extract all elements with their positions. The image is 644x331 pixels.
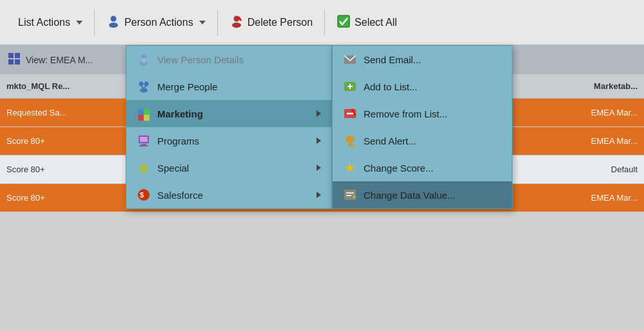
svg-rect-37 xyxy=(349,143,351,146)
view-grid-icon xyxy=(8,52,21,67)
delete-person-label: Delete Person xyxy=(248,17,313,28)
person-actions-button[interactable]: Person Actions xyxy=(95,0,217,45)
menu-label: View Person Details xyxy=(157,54,244,65)
menu-label: Salesforce xyxy=(157,190,203,201)
menu-item-salesforce[interactable]: $ Salesforce xyxy=(126,181,331,208)
menu-label: Special xyxy=(157,163,189,174)
select-all-label: Select All xyxy=(355,17,397,28)
svg-rect-12 xyxy=(142,58,146,63)
row-right: Default xyxy=(611,165,638,174)
svg-point-0 xyxy=(110,15,116,21)
list-actions-button[interactable]: List Actions xyxy=(6,0,94,45)
svg-point-36 xyxy=(346,135,355,143)
svg-point-13 xyxy=(139,82,144,86)
menu-label: Add to List... xyxy=(364,81,417,92)
menu-label: Programs xyxy=(157,135,199,146)
row-label: Score 80+ xyxy=(6,165,45,174)
menu-item-remove-from-list[interactable]: Remove from List... xyxy=(333,100,512,127)
row-right: EMEA Mar... xyxy=(591,136,638,146)
svg-rect-8 xyxy=(8,59,14,65)
svg-rect-21 xyxy=(144,115,150,121)
menu-item-change-score[interactable]: ★ Change Score... xyxy=(333,154,512,181)
programs-icon xyxy=(137,134,151,148)
svg-point-14 xyxy=(144,82,149,86)
svg-rect-25 xyxy=(139,145,148,146)
select-all-button[interactable]: Select All xyxy=(325,0,409,45)
submenu-arrow-icon xyxy=(317,110,321,117)
salesforce-icon: $ xyxy=(137,188,151,202)
svg-point-1 xyxy=(109,23,118,28)
person-actions-menu: View Person Details Merge People Marketi… xyxy=(126,45,332,209)
menu-item-add-to-list[interactable]: Add to List... xyxy=(333,73,512,100)
email-icon xyxy=(343,52,357,66)
submenu-arrow-icon xyxy=(317,192,321,198)
row-right: EMEA Mar... xyxy=(591,193,638,203)
table-col-header: mkto_MQL Re... xyxy=(6,81,70,91)
svg-point-2 xyxy=(233,15,239,21)
svg-point-15 xyxy=(140,88,148,93)
person-actions-icon xyxy=(106,14,121,31)
remove-list-icon xyxy=(343,106,357,121)
submenu-arrow-icon xyxy=(317,137,321,144)
list-actions-label: List Actions xyxy=(18,17,70,28)
row-label: Score 80+ xyxy=(6,136,45,146)
svg-rect-9 xyxy=(15,59,20,65)
person-actions-arrow-icon xyxy=(199,21,206,25)
person-actions-label: Person Actions xyxy=(124,17,193,28)
svg-rect-6 xyxy=(8,53,14,58)
menu-item-programs[interactable]: Programs xyxy=(126,127,331,154)
alert-icon xyxy=(343,134,357,148)
svg-rect-23 xyxy=(140,137,148,142)
delete-person-icon xyxy=(229,14,244,31)
menu-label: Merge People xyxy=(157,81,217,92)
add-list-icon xyxy=(343,79,357,94)
svg-rect-39 xyxy=(344,190,356,200)
svg-rect-38 xyxy=(351,145,355,146)
list-actions-arrow-icon xyxy=(76,21,83,25)
data-value-icon xyxy=(343,188,357,202)
menu-item-special[interactable]: Special xyxy=(126,154,331,181)
svg-rect-19 xyxy=(144,109,150,115)
menu-label: Remove from List... xyxy=(364,108,447,119)
svg-rect-5 xyxy=(338,15,349,27)
svg-rect-20 xyxy=(138,115,144,121)
view-label: View: EMEA M... xyxy=(26,55,93,65)
menu-label: Send Alert... xyxy=(364,135,416,146)
merge-icon xyxy=(137,79,151,94)
menu-label: Change Score... xyxy=(364,163,433,174)
submenu-arrow-icon xyxy=(317,165,321,171)
svg-line-16 xyxy=(141,86,144,88)
marketing-submenu: Send Email... Add to List... Remove from… xyxy=(332,45,512,209)
table-right-col-header: Marketab... xyxy=(594,81,638,91)
row-label: Requested Sa... xyxy=(6,108,66,117)
select-all-icon xyxy=(337,14,351,31)
menu-label: Marketing xyxy=(157,108,203,119)
special-icon xyxy=(137,161,151,175)
menu-label: Change Data Value... xyxy=(364,190,455,201)
score-icon: ★ xyxy=(343,161,357,175)
menu-item-send-alert[interactable]: Send Alert... xyxy=(333,127,512,154)
menu-item-change-data-value[interactable]: Change Data Value... xyxy=(333,181,512,208)
svg-point-3 xyxy=(232,23,241,28)
row-right: EMEA Mar... xyxy=(591,108,638,117)
svg-line-17 xyxy=(144,86,146,88)
menu-label: Send Email... xyxy=(364,54,421,65)
svg-text:$: $ xyxy=(140,191,144,199)
menu-item-view-person-details[interactable]: View Person Details xyxy=(126,46,331,73)
svg-rect-7 xyxy=(15,53,20,58)
svg-marker-26 xyxy=(138,162,150,174)
menu-item-send-email[interactable]: Send Email... xyxy=(333,46,512,73)
marketing-icon xyxy=(137,106,151,121)
toolbar: List Actions Person Actions Delete Perso… xyxy=(0,0,644,45)
menu-item-merge-people[interactable]: Merge People xyxy=(126,73,331,100)
menu-item-marketing[interactable]: Marketing xyxy=(126,100,331,127)
person-details-icon xyxy=(137,52,151,66)
delete-person-button[interactable]: Delete Person xyxy=(218,0,324,45)
row-label: Score 80+ xyxy=(6,193,45,203)
svg-rect-18 xyxy=(138,109,144,115)
